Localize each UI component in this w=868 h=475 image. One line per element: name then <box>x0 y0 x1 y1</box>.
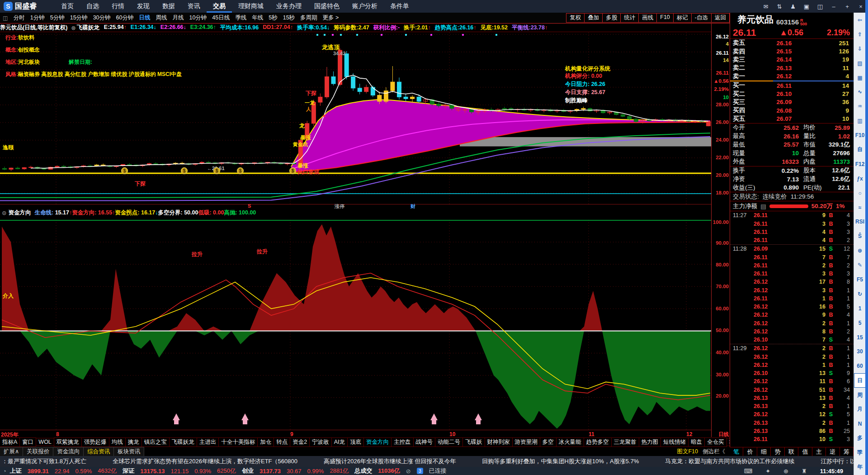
indicator-tab-AI龙[interactable]: AI龙 <box>331 437 348 447</box>
period-45日线[interactable]: 45日线 <box>209 14 232 22</box>
indicator-tab-主控盘[interactable]: 主控盘 <box>391 437 414 447</box>
period-季线[interactable]: 季线 <box>232 14 249 22</box>
indicator-tab-顶底[interactable]: 顶底 <box>347 437 364 447</box>
period-15秒[interactable]: 15秒 <box>280 14 297 22</box>
tick-trade-list[interactable]: 11:2726.119B426.113B326.114B326.114B211:… <box>730 211 854 442</box>
window-control-icon-7[interactable]: × <box>857 3 864 10</box>
indicator-tab-三龙聚首[interactable]: 三龙聚首 <box>611 437 639 447</box>
toolbar-item-周[interactable]: 周 <box>854 388 866 402</box>
toolbar-item-日[interactable]: 日 <box>854 373 866 388</box>
indicator-tab-窗口[interactable]: 窗口 <box>19 437 36 447</box>
sell-row[interactable]: 卖二26.1311 <box>730 64 854 72</box>
toolbar-item-≈[interactable]: ≈ <box>854 200 866 215</box>
menu-item-理财商城[interactable]: 理财商城 <box>232 0 270 13</box>
index-name-上证[interactable]: 上证 <box>10 467 22 475</box>
secondary-tab-扩展∧[interactable]: 扩展∧ <box>0 447 23 456</box>
news-ticker[interactable]: ：最严重情况下可致1.8万人死亡全球芯片需求扩张态势有望在2026年继续上演，数… <box>0 456 855 467</box>
period-15分钟[interactable]: 15分钟 <box>67 14 90 22</box>
toolbar-item-♒[interactable]: ♒ <box>854 99 866 114</box>
toolbar-item-F5[interactable]: F5 <box>854 272 866 287</box>
toolbar-item-⇦[interactable]: ⇦ <box>854 13 866 27</box>
buy-row[interactable]: 买一26.1114 <box>730 81 854 90</box>
indicator-tab-游资里潮[interactable]: 游资里潮 <box>512 437 540 447</box>
mini-tab-价[interactable]: 价 <box>743 447 757 456</box>
toolbar-item-⊕[interactable]: ⊕ <box>854 243 866 258</box>
toolbar-item-年[interactable]: 年 <box>854 460 866 475</box>
toolbar-item-15[interactable]: 15 <box>854 330 866 345</box>
main-candlestick-chart[interactable] <box>0 33 711 206</box>
indicator-tab-资金2[interactable]: 资金2 <box>290 437 310 447</box>
toolbar-item-季[interactable]: 季 <box>854 446 866 460</box>
sell-row[interactable]: 卖一26.124 <box>730 72 854 81</box>
layout-icon[interactable]: ◫ <box>0 14 11 21</box>
mini-tab-逆[interactable]: 逆 <box>826 447 840 456</box>
period-月线[interactable]: 月线 <box>170 14 186 22</box>
toolbar-item-RSI[interactable]: RSI <box>854 214 866 229</box>
sell-row[interactable]: 卖五26.16251 <box>730 39 854 47</box>
mini-tab-势[interactable]: 势 <box>771 447 784 456</box>
indicator-tab-宁波敢[interactable]: 宁波敢 <box>309 437 332 447</box>
period-更多 >[interactable]: 更多 > <box>320 14 342 22</box>
mini-tab-值[interactable]: 值 <box>798 447 812 456</box>
toolbar-item-1[interactable]: 1 <box>854 301 866 316</box>
toolbar-item-↻[interactable]: ↻ <box>854 287 866 301</box>
indicator-tab-趋势多空[interactable]: 趋势多空 <box>584 437 612 447</box>
secondary-tab-关联报价[interactable]: 关联报价 <box>23 447 53 456</box>
indicator-tab-热力图[interactable]: 热力图 <box>639 437 661 447</box>
tool-button--自选[interactable]: -自选 <box>691 13 712 23</box>
toolbar-item-30[interactable]: 30 <box>854 344 866 359</box>
menu-item-数据[interactable]: 数据 <box>156 0 181 13</box>
window-control-icon-6[interactable]: + <box>844 3 851 10</box>
indicator-tab-指标A[interactable]: 指标A <box>0 437 20 447</box>
indicator-tab-短线情绪[interactable]: 短线情绪 <box>660 437 689 447</box>
tool-button-统计[interactable]: 统计 <box>620 13 639 23</box>
menu-item-行情[interactable]: 行情 <box>105 0 131 13</box>
period-60分钟[interactable]: 60分钟 <box>113 14 137 22</box>
menu-item-资讯[interactable]: 资讯 <box>181 0 207 13</box>
toolbar-item-N[interactable]: N <box>854 417 866 431</box>
period-30分钟[interactable]: 30分钟 <box>90 14 113 22</box>
indicator-tab-主进出[interactable]: 主进出 <box>197 437 219 447</box>
menu-item-账户分析[interactable]: 账户分析 <box>346 0 384 13</box>
window-control-icon-5[interactable]: – <box>830 3 837 10</box>
sell-row[interactable]: 卖四26.15126 <box>730 47 854 55</box>
indicator-tab-战神号[interactable]: 战神号 <box>413 437 436 447</box>
menu-item-业务办理[interactable]: 业务办理 <box>270 0 308 13</box>
indicator-tab-双紫擒龙[interactable]: 双紫擒龙 <box>54 437 82 447</box>
toolbar-item-Ŝ[interactable]: Ŝ <box>854 229 866 243</box>
secondary-tab-资金流向[interactable]: 资金流向 <box>53 447 84 456</box>
status-icon-2[interactable]: ⊕ <box>783 468 788 475</box>
menu-item-交易[interactable]: 交易 <box>207 0 232 13</box>
mini-tab-笔[interactable]: 笔 <box>730 447 743 456</box>
list-icon[interactable]: ▤ <box>760 203 766 210</box>
indicator-tab-多空[interactable]: 多空 <box>540 437 557 447</box>
sub-indicator-icon[interactable]: ⊙ <box>2 209 6 216</box>
period-分时[interactable]: 分时 <box>11 14 28 22</box>
toolbar-item-▥[interactable]: ▥ <box>854 114 866 128</box>
toolbar-item-5[interactable]: 5 <box>854 316 866 330</box>
menu-item-国盛特色[interactable]: 国盛特色 <box>308 0 346 13</box>
sell-row[interactable]: 卖三26.1419 <box>730 56 854 64</box>
toolbar-item-月[interactable]: 月 <box>854 402 866 417</box>
period-10分钟[interactable]: 10分钟 <box>186 14 209 22</box>
toolbar-item-ƒx[interactable]: ƒx <box>854 171 866 186</box>
indicator-tab-财神到家[interactable]: 财神到家 <box>485 437 513 447</box>
window-control-icon-0[interactable]: ✉ <box>762 3 769 10</box>
period-日线[interactable]: 日线 <box>136 14 153 22</box>
indicator-chip-icon[interactable]: ⊗ <box>71 24 75 31</box>
tool-button-标记[interactable]: 标记 <box>673 13 692 23</box>
status-icon-1[interactable]: ✦ <box>765 468 770 475</box>
toolbar-item-▧[interactable]: ▧ <box>854 56 866 71</box>
mini-tab-联[interactable]: 联 <box>785 447 798 456</box>
indicator-tab-擒龙[interactable]: 擒龙 <box>125 437 142 447</box>
tool-button-F10[interactable]: F10 <box>656 13 674 23</box>
toolbar-item-▦[interactable]: ▦ <box>854 71 866 85</box>
toolbar-item-60[interactable]: 60 <box>854 359 866 373</box>
secondary-tab-板块资讯[interactable]: 板块资讯 <box>113 447 144 456</box>
window-control-icon-2[interactable]: ♟ <box>789 3 797 10</box>
buy-row[interactable]: 买五26.0710 <box>730 115 854 123</box>
period-1分钟[interactable]: 1分钟 <box>28 14 47 22</box>
period-5分钟[interactable]: 5分钟 <box>47 14 67 22</box>
toolbar-item-○[interactable]: ○ <box>854 186 866 200</box>
buy-row[interactable]: 买四26.089 <box>730 106 854 114</box>
